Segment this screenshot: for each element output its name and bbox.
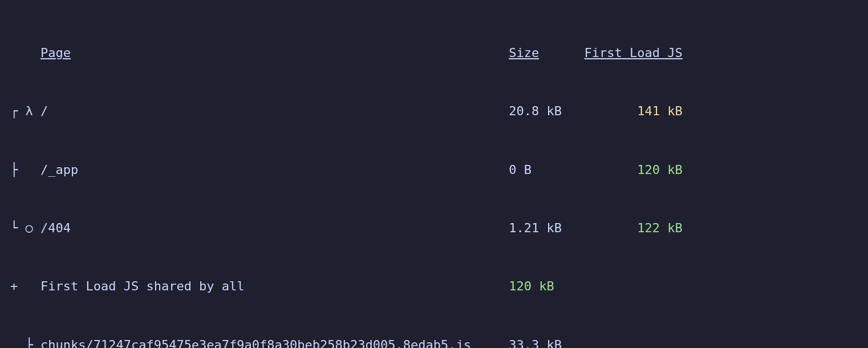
header-size: Size	[509, 43, 577, 63]
page-size: 0 B	[509, 160, 577, 180]
chunk-path: chunks/71247caf95475e3ea7f9a0f8a30beb258…	[40, 335, 509, 348]
shared-label: First Load JS shared by all	[40, 277, 509, 296]
page-path: /_app	[40, 160, 509, 180]
header-page: Page	[40, 43, 509, 63]
page-size: 1.21 kB	[509, 218, 577, 238]
table-row: ┌ λ /20.8 kB141 kB	[10, 102, 858, 121]
shared-size: 120 kB	[509, 277, 577, 296]
page-path: /404	[40, 218, 509, 238]
page-firstload: 141 kB	[577, 102, 682, 121]
table-header: PageSizeFirst Load JS	[10, 43, 858, 63]
chunk-size: 33.3 kB	[509, 335, 577, 348]
page-firstload: 120 kB	[577, 160, 682, 180]
chunk-row: ├ chunks/71247caf95475e3ea7f9a0f8a30beb2…	[10, 335, 858, 348]
page-size: 20.8 kB	[509, 102, 577, 121]
page-path: /	[40, 102, 509, 121]
terminal-output: PageSizeFirst Load JS ┌ λ /20.8 kB141 kB…	[0, 0, 868, 348]
table-row: └ ○ /4041.21 kB122 kB	[10, 218, 858, 238]
table-row: ├ /_app0 B120 kB	[10, 160, 858, 180]
header-first-load: First Load JS	[577, 43, 682, 63]
page-firstload: 122 kB	[577, 218, 682, 238]
shared-row: + First Load JS shared by all120 kB	[10, 277, 858, 296]
